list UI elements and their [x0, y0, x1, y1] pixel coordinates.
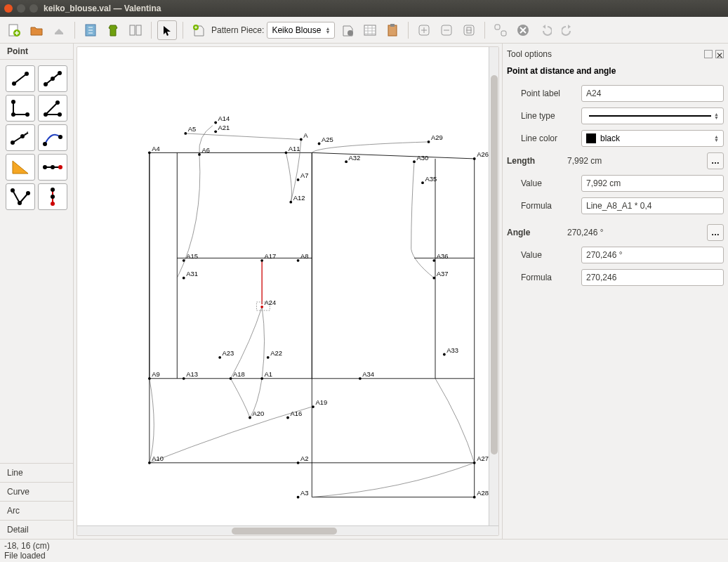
length-expand-button[interactable]: … [707, 152, 724, 169]
svg-point-52 [51, 195, 55, 199]
tool-tab-curve[interactable]: Curve [0, 482, 73, 501]
close-panel-icon[interactable]: ✕ [715, 50, 724, 58]
zoom-in-button[interactable] [414, 20, 434, 40]
point-A29[interactable] [428, 140, 430, 143]
svg-point-33 [58, 112, 62, 117]
point-A2[interactable] [297, 462, 300, 464]
point-A11[interactable] [285, 151, 288, 154]
point-A3[interactable] [297, 496, 300, 499]
line-type-combo[interactable]: ▲▼ [581, 107, 724, 124]
redo-button[interactable] [558, 20, 578, 40]
point-A9[interactable] [148, 377, 151, 380]
tool-point-xy[interactable] [38, 183, 67, 210]
tool-midpoint[interactable] [38, 65, 67, 92]
point-A28[interactable] [473, 496, 476, 499]
horizontal-scrollbar[interactable] [77, 525, 498, 535]
point-A26[interactable] [473, 157, 476, 160]
svg-line-31 [46, 103, 58, 115]
pattern-piece-combo[interactable]: Keiko Blouse ▲▼ [267, 22, 335, 39]
tool-tab-detail[interactable]: Detail [0, 520, 73, 539]
save-button[interactable] [49, 20, 69, 40]
point-A10[interactable] [148, 462, 151, 464]
point-A20[interactable] [249, 417, 251, 419]
garment-button[interactable] [103, 20, 123, 40]
svg-rect-4 [130, 25, 135, 35]
tool-triangle[interactable] [6, 154, 35, 181]
point-label-input[interactable] [581, 85, 724, 102]
zoom-fit-button[interactable] [459, 20, 479, 40]
tool-tab-line[interactable]: Line [0, 463, 73, 482]
point-A16[interactable] [286, 417, 289, 419]
point-A23[interactable] [218, 356, 221, 359]
point-A[interactable] [300, 138, 303, 141]
point-A36[interactable] [432, 259, 435, 262]
point-A19[interactable] [312, 405, 315, 408]
close-icon[interactable] [4, 4, 13, 13]
clipboard-button[interactable] [383, 20, 402, 40]
point-A18[interactable] [230, 377, 232, 380]
tool-point-arc[interactable] [6, 183, 35, 210]
tool-bisector[interactable] [38, 95, 67, 122]
tool-point-curve[interactable] [38, 124, 67, 151]
point-A33[interactable] [443, 353, 446, 356]
detach-icon[interactable] [704, 50, 713, 58]
point-A4[interactable] [148, 151, 151, 154]
zoom-out-button[interactable] [437, 20, 456, 40]
angle-formula-label: Formula [521, 273, 576, 282]
length-value-input[interactable] [581, 175, 724, 192]
svg-point-39 [43, 142, 47, 146]
pointer-button[interactable] [157, 20, 177, 40]
point-A25[interactable] [318, 143, 321, 145]
tool-point-intersection[interactable] [38, 154, 67, 181]
layout-button[interactable] [126, 20, 145, 40]
point-A17[interactable] [260, 259, 263, 262]
length-label: Length [507, 156, 562, 166]
length-formula-input[interactable] [581, 197, 724, 214]
point-A6[interactable] [198, 153, 201, 156]
drawing-canvas[interactable]: A4A5A14A21A6AA25A11A32A30A29A26A7A35A12A… [77, 46, 499, 536]
angle-formula-input[interactable] [581, 269, 724, 286]
point-label-A32: A32 [349, 154, 361, 162]
tool-perpendicular[interactable] [6, 95, 35, 122]
minimize-icon[interactable] [17, 4, 25, 13]
point-A35[interactable] [421, 181, 424, 184]
undo-button[interactable] [536, 20, 555, 40]
point-A37[interactable] [432, 277, 435, 280]
point-A14[interactable] [214, 122, 217, 124]
point-A27[interactable] [473, 462, 476, 464]
point-label-A18: A18 [233, 370, 245, 378]
stop-button[interactable] [513, 20, 533, 40]
point-A12[interactable] [289, 201, 292, 204]
point-A30[interactable] [413, 160, 416, 163]
angle-value-input[interactable] [581, 247, 724, 263]
open-button[interactable] [27, 20, 46, 40]
measurements-button[interactable] [81, 20, 100, 40]
tool-segment[interactable] [6, 65, 35, 92]
point-A21[interactable] [214, 130, 217, 133]
line-color-combo[interactable]: black ▲▼ [581, 130, 724, 147]
point-A31[interactable] [183, 277, 185, 280]
point-A34[interactable] [359, 377, 362, 380]
point-A7[interactable] [297, 178, 300, 181]
new-button[interactable] [4, 20, 24, 40]
point-A5[interactable] [184, 132, 187, 135]
add-piece-button[interactable] [189, 20, 209, 40]
point-A1[interactable] [260, 377, 263, 380]
table-button[interactable] [360, 20, 380, 40]
point-A8[interactable] [297, 259, 300, 262]
point-A32[interactable] [345, 160, 348, 163]
point-A22[interactable] [267, 356, 270, 359]
config-piece-button[interactable] [338, 20, 357, 40]
tool-shoulder[interactable] [6, 124, 35, 151]
tool-tab-arc[interactable]: Arc [0, 501, 73, 520]
point-A13[interactable] [183, 377, 185, 380]
point-A24[interactable] [260, 306, 263, 308]
maximize-icon[interactable] [29, 4, 38, 13]
zoom-original-button[interactable] [491, 20, 510, 40]
svg-rect-15 [495, 25, 500, 30]
point-A15[interactable] [183, 259, 185, 262]
svg-point-49 [26, 191, 30, 195]
vertical-scrollbar[interactable] [489, 47, 498, 525]
angle-expand-button[interactable]: … [707, 224, 724, 241]
tool-tab-point[interactable]: Point [0, 44, 73, 60]
